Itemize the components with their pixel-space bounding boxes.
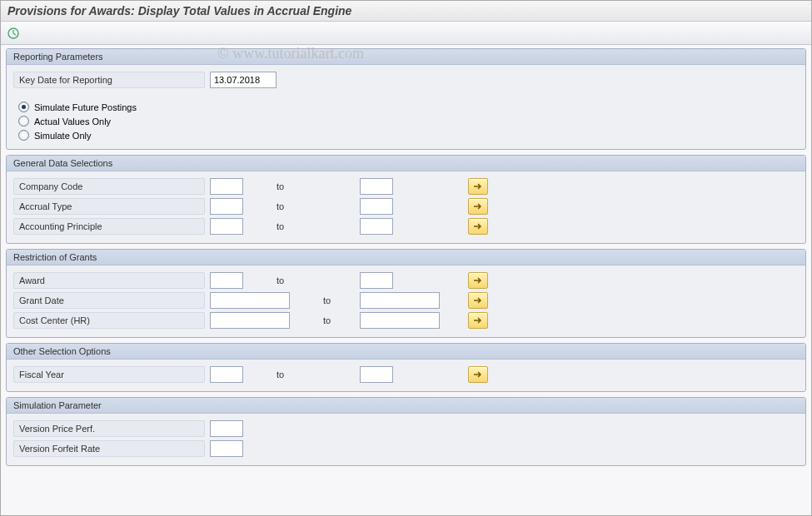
input-accounting-principle-high[interactable]	[360, 218, 393, 235]
multiple-selection-button[interactable]	[468, 198, 488, 215]
group-header: Other Selection Options	[7, 344, 805, 360]
to-label: to	[243, 181, 360, 191]
input-accrual-type-high[interactable]	[360, 198, 393, 215]
group-header: Simulation Parameter	[7, 398, 805, 414]
execute-icon[interactable]	[6, 26, 21, 41]
input-accrual-type-low[interactable]	[210, 198, 243, 215]
group-other: Other Selection Options Fiscal Year to	[6, 343, 806, 392]
input-accounting-principle-low[interactable]	[210, 218, 243, 235]
to-label: to	[243, 275, 360, 285]
radio-label: Actual Values Only	[34, 117, 111, 127]
input-grant-date-high[interactable]	[360, 292, 440, 309]
group-general: General Data Selections Company Code to …	[6, 155, 806, 244]
input-award-low[interactable]	[210, 272, 243, 289]
arrow-right-icon	[473, 276, 483, 285]
multiple-selection-button[interactable]	[468, 218, 488, 235]
toolbar: © www.tutorialkart.com	[1, 22, 811, 45]
label-grant-date: Grant Date	[13, 292, 205, 309]
to-label: to	[290, 295, 360, 305]
radio-label: Simulate Only	[34, 131, 91, 141]
input-company-code-high[interactable]	[360, 178, 393, 195]
page-title: Provisions for Awards: Display Total Val…	[1, 1, 811, 22]
input-key-date[interactable]	[210, 72, 276, 88]
arrow-right-icon	[473, 202, 483, 211]
multiple-selection-button[interactable]	[468, 312, 488, 329]
arrow-right-icon	[473, 182, 483, 191]
label-version-forfeit: Version Forfeit Rate	[13, 440, 205, 457]
label-accrual-type: Accrual Type	[13, 198, 205, 215]
input-version-price[interactable]	[210, 420, 243, 437]
input-version-forfeit[interactable]	[210, 440, 243, 457]
input-cost-center-high[interactable]	[360, 312, 440, 329]
group-header: General Data Selections	[7, 156, 805, 171]
radio-actual-values[interactable]	[18, 116, 29, 127]
input-company-code-low[interactable]	[210, 178, 243, 195]
group-reporting: Reporting Parameters Key Date for Report…	[6, 48, 806, 150]
group-grants: Restriction of Grants Award to Grant Dat…	[6, 249, 806, 338]
radio-simulate-only[interactable]	[18, 130, 29, 141]
input-grant-date-low[interactable]	[210, 292, 290, 309]
label-award: Award	[13, 272, 205, 289]
input-fiscal-year-low[interactable]	[210, 366, 243, 383]
to-label: to	[243, 201, 360, 211]
group-simulation: Simulation Parameter Version Price Perf.…	[6, 397, 806, 466]
label-accounting-principle: Accounting Principle	[13, 218, 205, 235]
label-cost-center: Cost Center (HR)	[13, 312, 205, 329]
multiple-selection-button[interactable]	[468, 292, 488, 309]
group-header: Restriction of Grants	[7, 250, 805, 265]
svg-line-2	[13, 33, 16, 35]
input-cost-center-low[interactable]	[210, 312, 290, 329]
input-fiscal-year-high[interactable]	[360, 366, 393, 383]
label-fiscal-year: Fiscal Year	[13, 366, 205, 383]
app-window: Provisions for Awards: Display Total Val…	[0, 0, 812, 516]
radio-label: Simulate Future Postings	[34, 102, 137, 112]
radio-simulate-future[interactable]	[18, 102, 29, 112]
to-label: to	[290, 315, 360, 325]
arrow-right-icon	[473, 222, 483, 231]
label-key-date: Key Date for Reporting	[13, 72, 205, 88]
arrow-right-icon	[473, 296, 483, 305]
arrow-right-icon	[473, 316, 483, 325]
group-header: Reporting Parameters	[7, 49, 805, 65]
input-award-high[interactable]	[360, 272, 393, 289]
label-version-price: Version Price Perf.	[13, 420, 205, 437]
multiple-selection-button[interactable]	[468, 366, 488, 383]
content-area: Reporting Parameters Key Date for Report…	[1, 45, 811, 515]
multiple-selection-button[interactable]	[468, 178, 488, 195]
multiple-selection-button[interactable]	[468, 272, 488, 289]
to-label: to	[243, 370, 360, 380]
label-company-code: Company Code	[13, 178, 205, 195]
to-label: to	[243, 221, 360, 231]
arrow-right-icon	[473, 370, 483, 379]
